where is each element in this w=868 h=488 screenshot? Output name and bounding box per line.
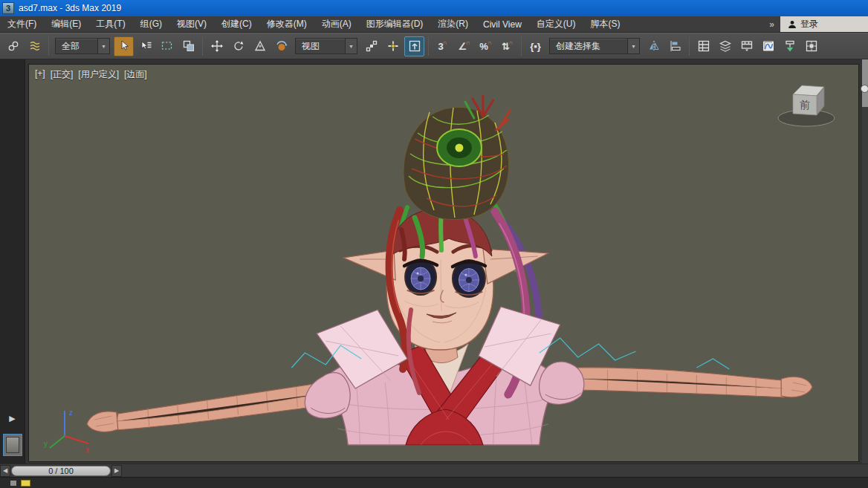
- window-crossing-toggle[interactable]: [178, 36, 198, 56]
- time-slider: ◀ 0 / 100 ▶: [0, 463, 868, 477]
- viewport-layout-tabs-bar: ▶: [0, 59, 25, 463]
- menu-item-edit[interactable]: 编辑(E): [44, 16, 88, 32]
- character-model: [29, 65, 858, 461]
- world-axis-tripod: z x y: [42, 406, 94, 454]
- chevron-down-icon: ▼: [97, 39, 109, 53]
- toolbar-separator: [202, 36, 203, 56]
- menu-item-tools[interactable]: 工具(T): [88, 16, 132, 32]
- layout-tab-current[interactable]: [3, 434, 22, 456]
- menu-item-views[interactable]: 视图(V): [169, 16, 214, 32]
- curve-editor-button[interactable]: [758, 36, 778, 56]
- menu-item-group[interactable]: 组(G): [133, 16, 169, 32]
- menu-overflow-chevron[interactable]: »: [763, 16, 780, 32]
- magnet-icon: ∩: [443, 39, 447, 46]
- workspace: ▶ [+] [正交] [用户定义] [边面]: [0, 59, 868, 463]
- menu-item-scripting[interactable]: 脚本(S): [583, 16, 627, 32]
- rectangular-selection-region-button[interactable]: [157, 36, 177, 56]
- menu-item-civil-view[interactable]: Civil View: [476, 16, 529, 32]
- main-toolbar: 全部 ▼ 视图 ▼ 3∩ ∠∩ %∩ ⇅∩ {▪} 创建选择集: [0, 33, 868, 59]
- viewport-area: [+] [正交] [用户定义] [边面]: [25, 59, 862, 463]
- login-label: 登录: [800, 18, 818, 30]
- percent-snap-toggle-button[interactable]: %∩: [476, 36, 496, 56]
- 3ds-max-logo-icon: 3: [2, 2, 14, 14]
- menu-item-file[interactable]: 文件(F): [0, 16, 44, 32]
- spinner-snap-toggle-button[interactable]: ⇅∩: [497, 36, 517, 56]
- selection-filter-dropdown[interactable]: 全部 ▼: [55, 38, 110, 54]
- menu-item-graph-editors[interactable]: 图形编辑器(D): [359, 16, 431, 32]
- viewport-menu-general[interactable]: [+]: [35, 68, 45, 81]
- time-slider-track[interactable]: [122, 464, 868, 477]
- menu-item-animation[interactable]: 动画(A): [314, 16, 359, 32]
- toggle-scene-explorer-button[interactable]: [693, 36, 713, 56]
- select-and-manipulate-button[interactable]: [383, 36, 403, 56]
- viewport-menu-shading[interactable]: [边面]: [124, 68, 147, 81]
- viewport-canvas[interactable]: [+] [正交] [用户定义] [边面]: [28, 64, 859, 462]
- viewcube[interactable]: 前: [771, 74, 842, 131]
- toolbar-separator: [521, 36, 522, 56]
- magnet-icon: ∩: [488, 39, 492, 46]
- menu-item-modifiers[interactable]: 修改器(M): [259, 16, 314, 32]
- command-panel-grip[interactable]: [862, 59, 868, 107]
- menu-item-create[interactable]: 创建(C): [214, 16, 259, 32]
- time-slider-handle[interactable]: 0 / 100: [11, 466, 111, 476]
- chevron-down-icon: ▼: [345, 39, 357, 53]
- magnet-icon: ∩: [509, 39, 514, 46]
- layout-flyout-button[interactable]: ▶: [5, 411, 20, 425]
- angle-snap-toggle-button[interactable]: ∠∩: [454, 36, 474, 56]
- align-button[interactable]: [665, 36, 685, 56]
- keyboard-shortcut-override-toggle[interactable]: [404, 36, 424, 56]
- select-and-scale-button[interactable]: [250, 36, 270, 56]
- toggle-layer-explorer-button[interactable]: [715, 36, 735, 56]
- use-pivot-point-center-button[interactable]: [361, 36, 381, 56]
- login-button[interactable]: 登录: [780, 16, 868, 32]
- frame-display: 0 / 100: [48, 466, 74, 475]
- viewport-menu-pov[interactable]: [正交]: [51, 68, 74, 81]
- reference-coordinate-system-dropdown[interactable]: 视图 ▼: [295, 38, 357, 54]
- bind-to-space-warp-icon[interactable]: [25, 36, 45, 56]
- menu-bar: 文件(F) 编辑(E) 工具(T) 组(G) 视图(V) 创建(C) 修改器(M…: [0, 16, 868, 33]
- toolbar-separator: [428, 36, 429, 56]
- menu-item-customize[interactable]: 自定义(U): [529, 16, 583, 32]
- command-panel-edge: [862, 59, 868, 463]
- select-and-move-button[interactable]: [207, 36, 227, 56]
- named-selection-sets-dropdown[interactable]: 创建选择集 ▼: [549, 38, 640, 54]
- select-and-link-icon[interactable]: [3, 36, 23, 56]
- edit-named-selection-sets-button[interactable]: {▪}: [525, 36, 545, 56]
- axis-x-label: x: [85, 446, 89, 454]
- menu-item-rendering[interactable]: 渲染(R): [430, 16, 476, 32]
- snap-toggle-3d-button[interactable]: 3∩: [433, 36, 453, 56]
- schematic-view-button[interactable]: [780, 36, 800, 56]
- trackbar-key-marker[interactable]: [21, 480, 30, 487]
- magnet-icon: ∩: [466, 39, 470, 46]
- chevron-down-icon: ▼: [627, 39, 639, 53]
- select-object-button[interactable]: [114, 36, 134, 56]
- track-bar: [0, 477, 868, 488]
- next-frame-button[interactable]: ▶: [111, 465, 122, 477]
- axis-y-label: y: [44, 440, 48, 448]
- toolbar-separator: [689, 36, 690, 56]
- previous-frame-button[interactable]: ◀: [0, 465, 10, 477]
- viewport-menu-lighting[interactable]: [用户定义]: [78, 68, 119, 81]
- layout-tab-preview: [6, 437, 19, 453]
- trackbar-marker: [10, 481, 16, 486]
- toggle-ribbon-button[interactable]: [736, 36, 757, 56]
- toolbar-separator: [48, 36, 49, 56]
- user-icon: [788, 20, 797, 29]
- select-and-rotate-button[interactable]: [228, 36, 248, 56]
- select-by-name-button[interactable]: [135, 36, 155, 56]
- viewport-label: [+] [正交] [用户定义] [边面]: [35, 68, 147, 81]
- title-bar: 3 asd7.max - 3ds Max 2019: [0, 0, 868, 16]
- mirror-button[interactable]: [644, 36, 664, 56]
- viewcube-face-label: 前: [800, 99, 810, 111]
- window-title: asd7.max - 3ds Max 2019: [19, 3, 121, 13]
- panel-resize-knob[interactable]: [861, 85, 868, 93]
- axis-z-label: z: [69, 409, 73, 417]
- render-setup-button[interactable]: [801, 36, 821, 56]
- select-and-place-button[interactable]: [271, 36, 291, 56]
